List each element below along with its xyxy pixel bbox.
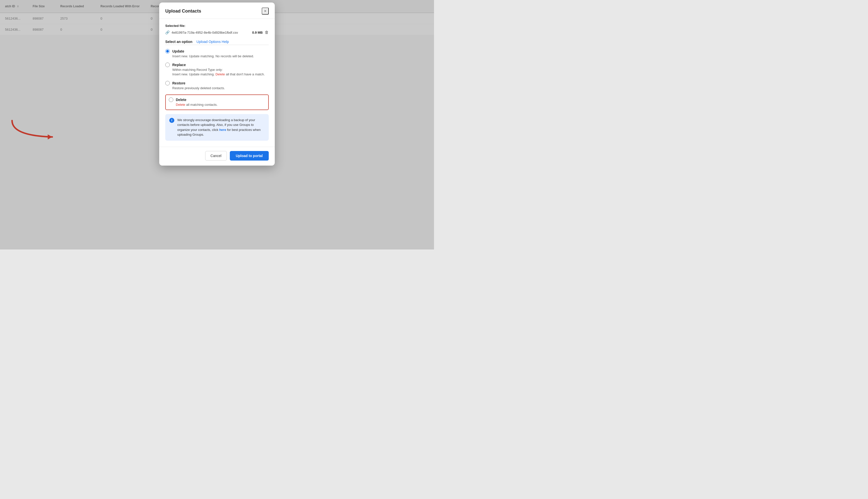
modal-title: Upload Contacts xyxy=(165,9,201,14)
modal-footer: Cancel Upload to portal xyxy=(159,147,275,166)
option-delete-title: Delete xyxy=(176,98,186,102)
select-option-label: Select an option xyxy=(165,40,193,44)
option-delete-desc: Delete all matching contacts. xyxy=(176,102,265,107)
close-button[interactable]: × xyxy=(262,8,269,15)
option-update-desc: Insert new. Update matching. No records … xyxy=(172,54,269,59)
info-text: We strongly encourage downloading a back… xyxy=(177,118,265,137)
option-delete[interactable]: Delete Delete all matching contacts. xyxy=(169,97,265,107)
option-restore-desc: Restore previously deleted contacts. xyxy=(172,86,269,90)
option-replace-title: Replace xyxy=(172,63,186,67)
file-name: 4e81997a-719a-4952-8e4b-0d928be1fbdf.csv xyxy=(172,31,250,34)
option-update-label-row: Update xyxy=(165,49,269,53)
option-restore[interactable]: Restore Restore previously deleted conta… xyxy=(165,81,269,90)
delete-file-icon[interactable]: 🗑 xyxy=(265,30,269,35)
option-delete-label-row: Delete xyxy=(169,97,265,102)
info-box: i We strongly encourage downloading a ba… xyxy=(165,114,269,141)
file-size: 0.9 MB xyxy=(252,31,263,34)
radio-delete[interactable] xyxy=(169,97,173,102)
delete-action-text: Delete xyxy=(176,103,185,107)
upload-contacts-modal: Upload Contacts × Selected file: 🔗 4e819… xyxy=(159,2,275,166)
svg-marker-0 xyxy=(48,134,52,139)
cancel-button[interactable]: Cancel xyxy=(205,151,227,160)
divider xyxy=(165,45,269,45)
info-icon: i xyxy=(169,118,174,123)
modal-header: Upload Contacts × xyxy=(159,2,275,19)
info-here-link[interactable]: here xyxy=(219,128,226,132)
annotation-arrow xyxy=(4,115,60,147)
option-restore-title: Restore xyxy=(172,81,185,85)
radio-replace[interactable] xyxy=(165,63,170,67)
option-update[interactable]: Update Insert new. Update matching. No r… xyxy=(165,49,269,59)
radio-update[interactable] xyxy=(165,49,170,53)
link-icon: 🔗 xyxy=(165,31,170,34)
modal-overlay: Upload Contacts × Selected file: 🔗 4e819… xyxy=(0,0,434,250)
option-replace-desc: Within matching Record Type only: Insert… xyxy=(172,68,269,77)
option-replace[interactable]: Replace Within matching Record Type only… xyxy=(165,63,269,77)
option-restore-label-row: Restore xyxy=(165,81,269,85)
option-update-title: Update xyxy=(172,49,184,53)
option-delete-box: Delete Delete all matching contacts. xyxy=(165,95,269,110)
file-row: 🔗 4e81997a-719a-4952-8e4b-0d928be1fbdf.c… xyxy=(165,30,269,35)
upload-options-help-link[interactable]: Upload Options Help xyxy=(196,40,229,44)
selected-file-label: Selected file: xyxy=(165,24,269,28)
modal-body: Selected file: 🔗 4e81997a-719a-4952-8e4b… xyxy=(159,19,275,147)
options-header: Select an option Upload Options Help xyxy=(165,40,269,44)
option-replace-label-row: Replace xyxy=(165,63,269,67)
radio-restore[interactable] xyxy=(165,81,170,85)
upload-to-portal-button[interactable]: Upload to portal xyxy=(230,151,269,160)
replace-delete-text: Delete xyxy=(215,72,225,76)
